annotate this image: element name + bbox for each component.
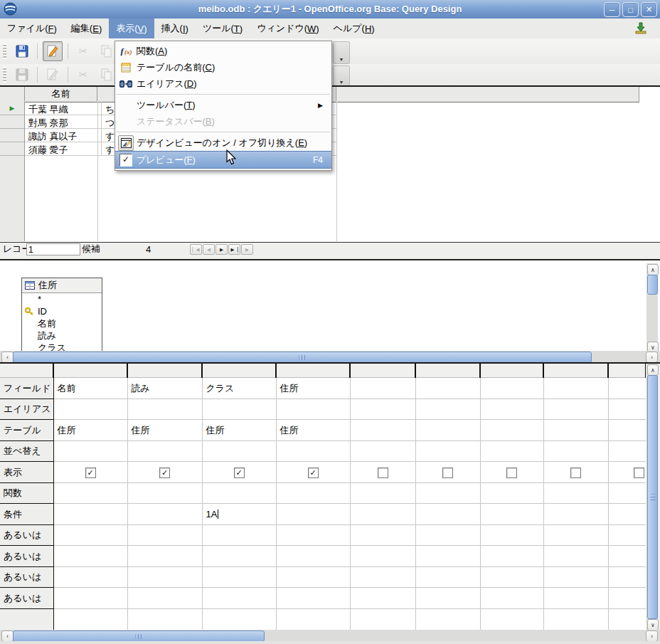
scroll-left-icon[interactable]: ‹ (1, 352, 14, 363)
menuitem-alias[interactable]: 0 0 エイリアス(D) (115, 75, 331, 92)
cell-name[interactable]: 千葉 早織 (25, 102, 102, 115)
grid-cell[interactable] (480, 504, 543, 525)
record-selector[interactable] (0, 142, 24, 156)
grid-cell[interactable] (480, 441, 543, 462)
grid-cell[interactable] (276, 504, 350, 525)
menuitem-preview[interactable]: ✓ プレビュー(F) F4 (115, 151, 331, 169)
grid-cell[interactable]: 住所 (127, 420, 202, 441)
cell-name[interactable]: 對馬 奈那 (25, 115, 102, 128)
grid-cell[interactable] (415, 525, 480, 546)
scrollbar-thumb[interactable] (13, 352, 592, 363)
scrollbar-thumb[interactable] (13, 630, 265, 642)
grid-cell[interactable] (543, 441, 608, 462)
grid-cell[interactable] (480, 546, 543, 567)
visible-checkbox[interactable] (634, 468, 644, 478)
scroll-up-icon[interactable]: ∧ (647, 364, 659, 376)
grid-cell[interactable] (608, 441, 646, 462)
grid-column-header[interactable] (543, 364, 608, 378)
grid-cell[interactable] (53, 483, 127, 504)
grid-cell[interactable] (276, 441, 350, 462)
grid-cell[interactable] (415, 546, 480, 567)
grid-cell[interactable] (415, 588, 480, 609)
grid-cell[interactable] (276, 546, 350, 567)
menuitem-functions[interactable]: ƒ(x) 関数(A) (115, 43, 331, 59)
copy-button[interactable] (97, 41, 117, 61)
grid-cell[interactable]: 住所 (276, 420, 350, 441)
grid-cell[interactable] (543, 483, 608, 504)
visible-checkbox[interactable] (378, 468, 388, 478)
record-selector[interactable] (0, 129, 24, 142)
grid-cell[interactable] (202, 483, 276, 504)
scrollbar-thumb[interactable] (647, 375, 658, 619)
grid-cell[interactable] (543, 399, 608, 420)
record-number-input[interactable] (26, 243, 80, 255)
grid-cell[interactable] (127, 525, 202, 546)
grid-cell[interactable] (480, 609, 543, 630)
grid-cell[interactable] (480, 483, 543, 504)
visible-checkbox[interactable] (442, 468, 453, 478)
field-item-id[interactable]: ID (22, 305, 102, 317)
scroll-down-icon[interactable]: ∨ (647, 619, 659, 630)
scrollbar-thumb[interactable] (647, 275, 658, 295)
grid-cell[interactable] (276, 525, 350, 546)
grid-cell[interactable] (350, 441, 415, 462)
menuitem-design-view-toggle[interactable]: デザインビューのオン / オフ切り換え(E) (115, 134, 331, 151)
save-button[interactable] (12, 41, 32, 61)
minimize-button[interactable]: ─ (604, 2, 620, 17)
scroll-up-icon[interactable]: ∧ (647, 264, 659, 275)
grid-cell[interactable] (415, 609, 480, 630)
grid-cell[interactable] (127, 399, 202, 420)
grid-cell[interactable]: 読み (127, 378, 202, 399)
grid-cell[interactable] (608, 483, 646, 504)
grid-column-header[interactable] (276, 364, 350, 378)
grid-cell[interactable] (350, 399, 415, 420)
column-header-name[interactable]: 名前 (25, 87, 97, 101)
menuitem-toolbars[interactable]: ツールバー(T) ▶ (115, 97, 331, 113)
grid-corner-cell[interactable] (0, 364, 53, 378)
grid-cell[interactable] (127, 609, 202, 630)
grid-horizontal-scrollbar[interactable]: ‹ › (0, 630, 660, 641)
toolbar-grip[interactable] (3, 67, 6, 83)
grid-column-header[interactable] (480, 364, 543, 378)
toolbar-grip[interactable] (3, 43, 6, 59)
first-record-button[interactable]: ▏◀ (190, 244, 202, 255)
last-record-button[interactable]: ▶▕ (228, 244, 240, 255)
grid-cell[interactable] (480, 378, 543, 399)
grid-cell[interactable] (350, 546, 415, 567)
grid-cell[interactable] (276, 399, 350, 420)
grid-cell[interactable] (543, 504, 608, 525)
grid-cell[interactable] (53, 567, 127, 588)
grid-cell[interactable] (350, 420, 415, 441)
record-selector[interactable] (0, 115, 24, 129)
grid-cell[interactable] (53, 588, 127, 609)
menu-tools[interactable]: ツール(T) (196, 19, 250, 38)
visible-checkbox[interactable] (506, 468, 517, 478)
grid-cell[interactable]: 名前 (53, 378, 127, 399)
grid-cell[interactable]: クラス (202, 378, 276, 399)
grid-cell[interactable] (480, 588, 543, 609)
grid-cell[interactable]: 住所 (202, 420, 276, 441)
cell-name[interactable]: 諏訪 真以子 (25, 129, 102, 142)
grid-cell[interactable] (350, 504, 415, 525)
edit-button-disabled[interactable] (43, 65, 63, 85)
grid-cell[interactable] (480, 567, 543, 588)
grid-cell[interactable] (543, 588, 608, 609)
grid-cell[interactable] (276, 567, 350, 588)
scroll-left-icon[interactable]: ‹ (1, 630, 14, 642)
grid-cell[interactable] (480, 525, 543, 546)
grid-cell[interactable] (608, 378, 646, 399)
visible-checkbox[interactable]: ✓ (308, 468, 319, 478)
grid-column-header[interactable] (415, 364, 480, 378)
grid-cell[interactable] (480, 420, 543, 441)
toolbar-overflow-button[interactable]: ▼ (333, 41, 350, 64)
grid-cell[interactable] (415, 441, 480, 462)
grid-cell[interactable] (543, 420, 608, 441)
grid-cell[interactable]: 住所 (276, 378, 350, 399)
grid-cell[interactable] (53, 504, 127, 525)
field-item-yomi[interactable]: 読み (22, 329, 102, 342)
grid-cell[interactable] (608, 546, 646, 567)
grid-cell[interactable] (202, 567, 276, 588)
grid-cell[interactable] (53, 609, 127, 630)
grid-cell[interactable] (202, 441, 276, 462)
grid-cell[interactable] (350, 588, 415, 609)
